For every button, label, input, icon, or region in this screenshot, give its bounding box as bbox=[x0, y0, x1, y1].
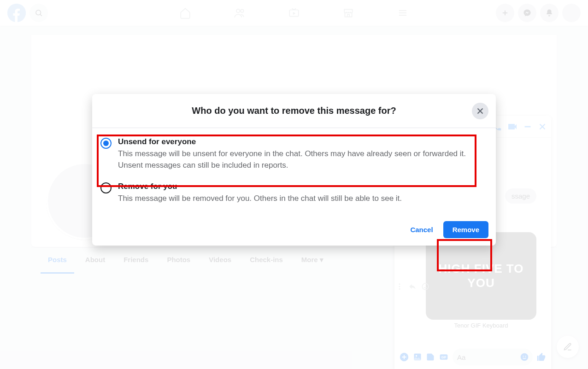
close-modal-button[interactable] bbox=[472, 103, 488, 119]
option-desc: This message will be unsent for everyone… bbox=[118, 148, 488, 171]
option-title: Remove for you bbox=[118, 182, 488, 191]
radio-unselected-icon[interactable] bbox=[100, 182, 112, 193]
modal-header: Who do you want to remove this message f… bbox=[92, 94, 496, 128]
remove-message-modal: Who do you want to remove this message f… bbox=[92, 94, 496, 246]
modal-body: Unsend for everyone This message will be… bbox=[92, 128, 496, 214]
option-remove-for-you[interactable]: Remove for you This message will be remo… bbox=[92, 176, 496, 210]
modal-footer: Cancel Remove bbox=[92, 214, 496, 246]
option-unsend-everyone[interactable]: Unsend for everyone This message will be… bbox=[92, 132, 496, 176]
option-desc: This message will be removed for you. Ot… bbox=[118, 193, 488, 205]
remove-button[interactable]: Remove bbox=[443, 221, 488, 238]
radio-selected-icon[interactable] bbox=[100, 138, 112, 149]
modal-title: Who do you want to remove this message f… bbox=[192, 105, 396, 116]
cancel-button[interactable]: Cancel bbox=[404, 221, 439, 238]
option-title: Unsend for everyone bbox=[118, 137, 488, 146]
